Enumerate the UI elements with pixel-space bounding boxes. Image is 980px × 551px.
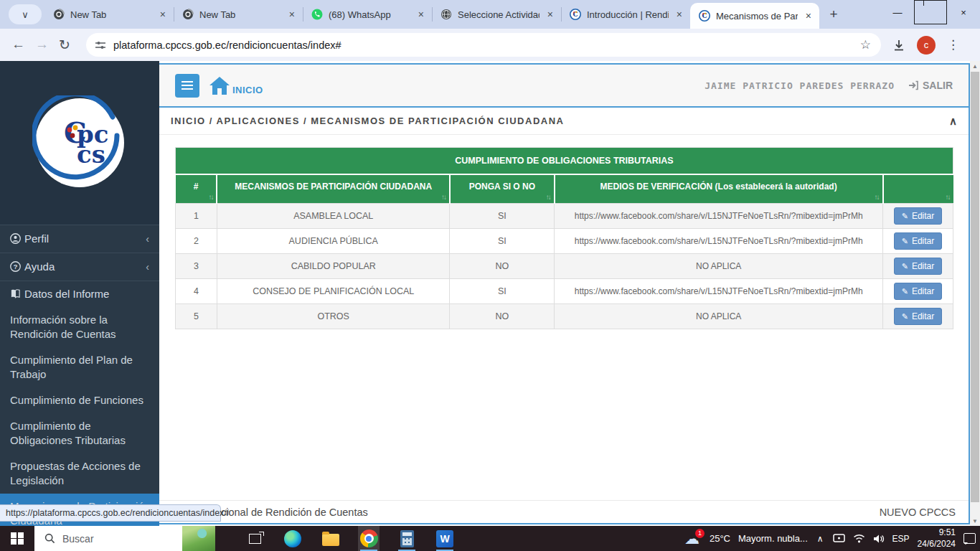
browser-tab[interactable]: New Tab× <box>44 0 174 29</box>
sidebar-item[interactable]: ?Ayuda‹ <box>0 253 159 281</box>
browser-tab[interactable]: CMecanismos de Parti× <box>690 3 819 29</box>
row-number: 5 <box>176 304 217 329</box>
chrome-taskbar-button[interactable] <box>358 526 380 551</box>
temperature[interactable]: 25°C <box>710 533 730 544</box>
table-row: 1ASAMBLEA LOCALSIhttps://www.facebook.co… <box>176 204 953 229</box>
edit-button[interactable]: ✎Editar <box>894 207 943 225</box>
address-bar[interactable]: plataforma.cpccs.gob.ec/rendicioncuentas… <box>86 33 881 57</box>
medio-verificacion-cell: https://www.facebook.com/share/v/L15NJTF… <box>555 204 883 229</box>
browser-tab[interactable]: Seleccione Actividad× <box>432 0 561 29</box>
forward-button[interactable]: → <box>35 37 49 53</box>
sort-icon[interactable]: ↑↓ <box>875 193 879 201</box>
back-button[interactable]: ← <box>11 37 25 53</box>
collapse-panel-button[interactable]: ∧ <box>949 115 957 128</box>
browser-menu-icon[interactable]: ⋮ <box>947 37 959 52</box>
chevron-down-icon: ∨ <box>22 9 29 20</box>
sidebar-item[interactable]: Perfil‹ <box>0 225 159 253</box>
plus-icon: + <box>829 6 837 22</box>
sidebar-item[interactable]: Cumplimiento de Funciones <box>0 387 159 413</box>
browser-tab-strip: ∨ New Tab×New Tab×(68) WhatsApp×Seleccio… <box>0 0 980 29</box>
scroll-down-icon[interactable]: ▼ <box>970 516 980 526</box>
calculator-taskbar-button[interactable] <box>396 526 418 551</box>
sidebar-item[interactable]: Cumplimiento del Plan de Trabajo <box>0 347 159 387</box>
sidebar-item-label: Propuestas de Acciones de Legislación <box>10 460 141 486</box>
edit-button[interactable]: ✎Editar <box>894 308 943 325</box>
sidebar: C pc cs Perfil‹?Ayuda‹Datos del InformeI… <box>0 61 159 502</box>
tab-close-icon[interactable]: × <box>674 9 684 20</box>
logout-icon <box>908 80 919 90</box>
column-header[interactable]: ↑↓ <box>883 174 953 204</box>
wifi-icon[interactable] <box>853 534 865 543</box>
table-title: CUMPLIMIENTO DE OBLIGACIONES TRIBUTARIAS <box>176 148 953 174</box>
edit-icon: ✎ <box>902 212 908 221</box>
home-link[interactable]: INICIO <box>208 75 263 95</box>
mecanismo-cell: CONSEJO DE PLANIFICACIÓN LOCAL <box>217 279 450 304</box>
cpccs-icon: C <box>699 10 710 22</box>
volume-icon[interactable] <box>873 534 885 544</box>
browser-tab[interactable]: CIntroducción | Rendic× <box>561 0 690 29</box>
sort-icon[interactable]: ↑↓ <box>946 193 950 201</box>
action-center-icon[interactable] <box>963 533 976 544</box>
sidebar-item-label: Cumplimiento de Obligaciones Tributarias <box>10 420 126 446</box>
edit-button[interactable]: ✎Editar <box>894 232 943 250</box>
bookmark-star-icon[interactable]: ☆ <box>860 37 872 52</box>
sidebar-item[interactable]: Cumplimiento de Obligaciones Tributarias <box>0 413 159 453</box>
clock[interactable]: 9:51 24/6/2024 <box>918 527 956 550</box>
tab-close-icon[interactable]: × <box>416 9 426 20</box>
site-info-icon[interactable] <box>95 39 106 51</box>
reload-button[interactable]: ↻ <box>59 37 70 53</box>
weather-button[interactable]: ☁ 1 <box>684 531 702 547</box>
edit-button[interactable]: ✎Editar <box>894 283 943 300</box>
sort-icon[interactable]: ↑↓ <box>441 193 446 201</box>
page-scrollbar[interactable]: ▲ ▼ <box>970 61 980 526</box>
edge-taskbar-button[interactable] <box>282 526 303 551</box>
minimize-button[interactable]: — <box>881 0 914 24</box>
sidebar-item[interactable]: Información sobre la Rendición de Cuenta… <box>0 307 159 347</box>
file-explorer-button[interactable] <box>320 526 341 551</box>
new-tab-button[interactable]: + <box>824 4 844 24</box>
mecanismo-cell: OTROS <box>217 304 450 329</box>
edit-button-label: Editar <box>912 236 934 246</box>
profile-avatar[interactable]: c <box>917 36 936 55</box>
url-text[interactable]: plataforma.cpccs.gob.ec/rendicioncuentas… <box>113 39 860 51</box>
scrollbar-thumb[interactable] <box>971 72 979 502</box>
browser-tab[interactable]: New Tab× <box>174 0 303 29</box>
column-header[interactable]: MEDIOS DE VERIFICACIÓN (Los establecerá … <box>555 174 883 204</box>
taskbar-search[interactable]: Buscar <box>34 526 215 551</box>
weather-condition[interactable]: Mayorm. nubla... <box>738 533 808 544</box>
edge-icon <box>284 530 301 547</box>
tab-close-icon[interactable]: × <box>287 9 297 20</box>
sidebar-item[interactable]: Datos del Informe <box>0 281 159 307</box>
tab-close-icon[interactable]: × <box>545 9 555 20</box>
si-no-cell: NO <box>450 254 555 279</box>
column-header[interactable]: #↑↓ <box>176 174 217 204</box>
sidebar-item[interactable]: Propuestas de Acciones de Legislación <box>0 453 159 494</box>
sort-icon[interactable]: ↑↓ <box>208 193 212 201</box>
browser-tab[interactable]: (68) WhatsApp× <box>303 0 432 29</box>
sort-icon[interactable]: ↑↓ <box>546 193 550 201</box>
edit-icon: ✎ <box>902 262 908 271</box>
table-row: 4CONSEJO DE PLANIFICACIÓN LOCALSIhttps:/… <box>176 279 953 304</box>
meet-now-icon[interactable] <box>833 534 845 544</box>
language-indicator[interactable]: ESP <box>892 534 910 544</box>
close-button[interactable]: × <box>947 0 980 24</box>
task-view-button[interactable] <box>244 526 265 551</box>
edit-button[interactable]: ✎Editar <box>894 258 943 275</box>
tab-search-button[interactable]: ∨ <box>9 4 42 24</box>
download-icon[interactable] <box>892 39 905 52</box>
start-button[interactable] <box>0 526 34 551</box>
column-label: PONGA SI O NO <box>469 182 535 192</box>
tab-close-icon[interactable]: × <box>804 10 814 22</box>
column-header[interactable]: PONGA SI O NO↑↓ <box>450 174 555 204</box>
search-highlight-image[interactable] <box>182 526 215 551</box>
word-taskbar-button[interactable]: W <box>434 526 456 551</box>
tray-expand-icon[interactable]: ∧ <box>816 534 825 544</box>
scroll-up-icon[interactable]: ▲ <box>970 61 980 71</box>
tab-close-icon[interactable]: × <box>158 9 168 20</box>
hamburger-menu-button[interactable] <box>175 74 199 98</box>
minimize-icon: — <box>881 0 914 24</box>
column-header[interactable]: MECANISMOS DE PARTICIPACIÓN CIUDADANA↑↓ <box>217 174 450 204</box>
logout-button[interactable]: SALIR <box>908 80 953 91</box>
action-cell: ✎Editar <box>883 279 953 304</box>
restore-button[interactable] <box>914 0 947 24</box>
